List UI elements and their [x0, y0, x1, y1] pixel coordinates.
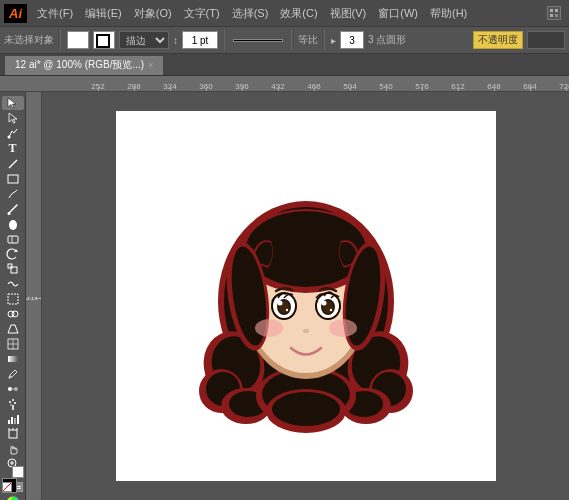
svg-marker-18	[8, 325, 18, 333]
line-tool[interactable]	[2, 157, 24, 171]
graph-tool[interactable]	[2, 412, 24, 426]
menu-object[interactable]: 对象(O)	[128, 4, 178, 23]
svg-point-28	[12, 399, 14, 401]
corner-type-label: 3 点圆形	[368, 33, 406, 47]
svg-point-83	[303, 329, 309, 333]
menu-help[interactable]: 帮助(H)	[424, 4, 473, 23]
ruler-mark-11: 648	[476, 82, 512, 91]
mesh-tool[interactable]	[2, 337, 24, 351]
svg-rect-9	[8, 236, 18, 243]
color-mode-area	[6, 496, 20, 500]
svg-rect-0	[550, 9, 553, 12]
eyedropper-tool[interactable]	[2, 367, 24, 381]
stroke-width-label: ↕	[173, 35, 178, 46]
blob-brush-tool[interactable]	[2, 217, 24, 231]
svg-point-82	[329, 319, 357, 337]
svg-rect-2	[550, 14, 553, 17]
menu-effect[interactable]: 效果(C)	[274, 4, 323, 23]
perspective-tool[interactable]	[2, 322, 24, 336]
character-svg	[196, 156, 416, 436]
svg-point-7	[7, 212, 10, 215]
svg-rect-3	[555, 14, 558, 17]
brush-tool[interactable]	[2, 202, 24, 216]
scale-tool[interactable]	[2, 262, 24, 276]
ruler-mark-13: 720	[548, 82, 569, 91]
svg-rect-1	[555, 9, 558, 12]
ruler-marks: 252 288 324 360 396 432 466 504 540 576 …	[80, 82, 569, 91]
menu-text[interactable]: 文字(T)	[178, 4, 226, 23]
blend-tool[interactable]	[2, 382, 24, 396]
opacity-label: 不透明度	[473, 31, 523, 49]
menu-edit[interactable]: 编辑(E)	[79, 4, 128, 23]
arrange-icon	[547, 6, 561, 20]
ruler-mark-0: 252	[80, 82, 116, 91]
direct-selection-tool[interactable]	[2, 111, 24, 125]
menu-window[interactable]: 窗口(W)	[372, 4, 424, 23]
svg-point-80	[329, 309, 331, 311]
ruler-mark-7: 504	[332, 82, 368, 91]
no-selection-label: 未选择对象	[4, 33, 54, 47]
menu-view[interactable]: 视图(V)	[324, 4, 373, 23]
svg-rect-34	[17, 415, 19, 424]
ruler-mark-3: 360	[188, 82, 224, 91]
stroke-width-input[interactable]	[182, 31, 218, 49]
fill-color-box[interactable]	[67, 31, 89, 49]
app-logo: Ai	[4, 4, 27, 23]
svg-rect-6	[8, 175, 18, 183]
ruler-mark-10: 612	[440, 82, 476, 91]
ruler-mark-9: 576	[404, 82, 440, 91]
menu-select[interactable]: 选择(S)	[226, 4, 275, 23]
shape-builder-tool[interactable]	[2, 307, 24, 321]
svg-point-17	[12, 311, 18, 317]
ruler-mark-2: 324	[152, 82, 188, 91]
background-color[interactable]	[12, 466, 24, 478]
warp-tool[interactable]	[2, 277, 24, 291]
pen-tool[interactable]	[2, 126, 24, 140]
separator-4	[324, 30, 325, 50]
type-tool[interactable]: T	[2, 141, 24, 156]
free-transform-tool[interactable]	[2, 292, 24, 306]
corner-value-input[interactable]	[340, 31, 364, 49]
svg-point-81	[255, 319, 283, 337]
eraser-tool[interactable]	[2, 232, 24, 246]
tab-close-btn[interactable]: ×	[148, 60, 153, 70]
document-tab[interactable]: 12 ai* @ 100% (RGB/预览...) ×	[4, 55, 164, 75]
svg-point-23	[8, 377, 10, 379]
selection-tool[interactable]	[2, 96, 24, 110]
color-mode-btn[interactable]	[6, 496, 20, 500]
svg-point-27	[9, 401, 11, 403]
ruler-vertical: 1 5 2 3	[26, 92, 42, 500]
svg-rect-33	[14, 418, 16, 424]
svg-rect-15	[8, 294, 18, 304]
svg-point-30	[10, 404, 12, 406]
main-area: T	[0, 92, 569, 500]
rect-tool[interactable]	[2, 172, 24, 186]
canvas-area[interactable]	[42, 92, 569, 500]
no-fill-swatch[interactable]	[2, 482, 12, 492]
svg-point-29	[14, 402, 16, 404]
ruler-mark-4: 396	[224, 82, 260, 91]
gradient-tool[interactable]	[2, 352, 24, 366]
menu-file[interactable]: 文件(F)	[31, 4, 79, 23]
opacity-input[interactable]: 100%	[527, 31, 565, 49]
ruler-mark-8: 540	[368, 82, 404, 91]
rotate-tool[interactable]	[2, 247, 24, 261]
ratio-label: 等比	[298, 33, 318, 47]
svg-rect-22	[8, 356, 18, 362]
pencil-tool[interactable]	[2, 187, 24, 201]
svg-point-73	[277, 301, 282, 306]
symbol-sprayer-tool[interactable]	[2, 397, 24, 411]
stroke-type-select[interactable]: 描边	[119, 31, 169, 49]
toolbar: 未选择对象 描边 ↕ 等比 ▸ 3 点圆形 不透明度 100%	[0, 26, 569, 54]
artboard-tool[interactable]	[2, 427, 24, 441]
menu-bar: Ai 文件(F) 编辑(E) 对象(O) 文字(T) 选择(S) 效果(C) 视…	[0, 0, 569, 26]
hand-tool[interactable]	[2, 442, 24, 456]
tab-bar: 12 ai* @ 100% (RGB/预览...) ×	[0, 54, 569, 76]
svg-point-8	[9, 220, 17, 230]
stroke-color-box[interactable]	[93, 31, 115, 49]
tab-label: 12 ai* @ 100% (RGB/预览...)	[15, 58, 144, 72]
left-toolbar: T	[0, 92, 26, 500]
separator-1	[60, 30, 61, 50]
svg-rect-31	[8, 420, 10, 424]
corner-style-label: ▸	[331, 35, 336, 46]
